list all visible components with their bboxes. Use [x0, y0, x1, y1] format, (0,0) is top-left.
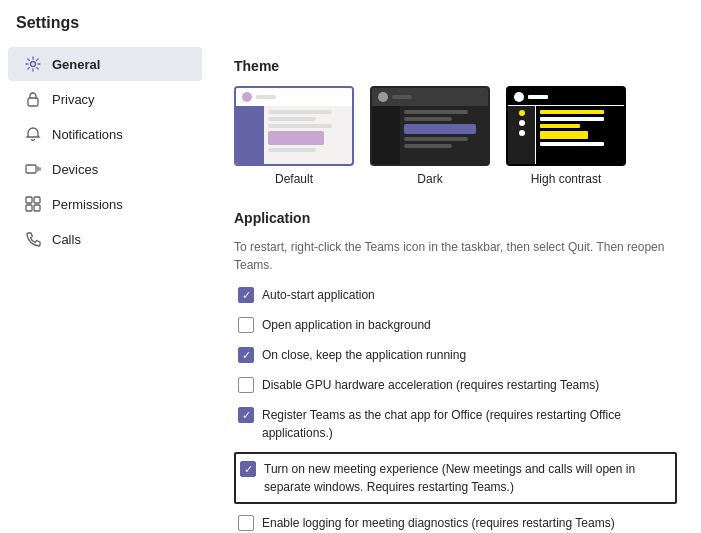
checkbox-row-disable_gpu: Disable GPU hardware acceleration (requi… — [234, 374, 677, 396]
theme-default-preview — [234, 86, 354, 166]
checkbox-new_meeting[interactable]: ✓ — [240, 461, 256, 477]
calls-icon — [24, 230, 42, 248]
check-mark: ✓ — [242, 410, 251, 421]
permissions-label: Permissions — [52, 197, 123, 212]
main-panel: Theme — [210, 42, 701, 533]
checkbox-background[interactable] — [238, 317, 254, 333]
checkbox-row-logging: Enable logging for meeting diagnostics (… — [234, 512, 677, 533]
calls-label: Calls — [52, 232, 81, 247]
svg-rect-3 — [26, 197, 32, 203]
checkbox-label-background: Open application in background — [262, 316, 431, 334]
main-content: GeneralPrivacyNotificationsDevicesPermis… — [0, 42, 701, 533]
checkbox-label-keep_running: On close, keep the application running — [262, 346, 466, 364]
check-mark: ✓ — [244, 464, 253, 475]
checkbox-label-register_teams: Register Teams as the chat app for Offic… — [262, 406, 673, 442]
theme-hc-preview — [506, 86, 626, 166]
privacy-icon — [24, 90, 42, 108]
notifications-label: Notifications — [52, 127, 123, 142]
checkbox-label-autostart: Auto-start application — [262, 286, 375, 304]
sidebar-item-privacy[interactable]: Privacy — [8, 82, 202, 116]
privacy-label: Privacy — [52, 92, 95, 107]
application-section-title: Application — [234, 210, 677, 226]
permissions-icon — [24, 195, 42, 213]
check-mark: ✓ — [242, 290, 251, 301]
checkbox-label-logging: Enable logging for meeting diagnostics (… — [262, 514, 615, 532]
svg-rect-5 — [26, 205, 32, 211]
svg-rect-2 — [26, 165, 36, 173]
checkbox-row-background: Open application in background — [234, 314, 677, 336]
application-description: To restart, right-click the Teams icon i… — [234, 238, 677, 274]
theme-default-label: Default — [275, 172, 313, 186]
app-container: Settings GeneralPrivacyNotificationsDevi… — [0, 0, 701, 533]
checkbox-keep_running[interactable]: ✓ — [238, 347, 254, 363]
theme-dark-label: Dark — [417, 172, 442, 186]
sidebar-item-devices[interactable]: Devices — [8, 152, 202, 186]
svg-point-0 — [31, 62, 36, 67]
checkbox-logging[interactable] — [238, 515, 254, 531]
notifications-icon — [24, 125, 42, 143]
checkbox-label-disable_gpu: Disable GPU hardware acceleration (requi… — [262, 376, 599, 394]
settings-title: Settings — [0, 0, 701, 42]
checkbox-row-new_meeting: ✓Turn on new meeting experience (New mee… — [234, 452, 677, 504]
checkbox-row-register_teams: ✓Register Teams as the chat app for Offi… — [234, 404, 677, 444]
checkbox-disable_gpu[interactable] — [238, 377, 254, 393]
sidebar-item-calls[interactable]: Calls — [8, 222, 202, 256]
svg-rect-6 — [34, 205, 40, 211]
sidebar-item-permissions[interactable]: Permissions — [8, 187, 202, 221]
checkbox-label-new_meeting: Turn on new meeting experience (New meet… — [264, 460, 671, 496]
theme-high-contrast[interactable]: High contrast — [506, 86, 626, 186]
checkbox-autostart[interactable]: ✓ — [238, 287, 254, 303]
sidebar-item-notifications[interactable]: Notifications — [8, 117, 202, 151]
checkbox-row-keep_running: ✓On close, keep the application running — [234, 344, 677, 366]
svg-rect-1 — [28, 98, 38, 106]
theme-hc-label: High contrast — [531, 172, 602, 186]
devices-icon — [24, 160, 42, 178]
general-label: General — [52, 57, 100, 72]
checkboxes-container: ✓Auto-start applicationOpen application … — [234, 284, 677, 533]
checkbox-register_teams[interactable]: ✓ — [238, 407, 254, 423]
check-mark: ✓ — [242, 350, 251, 361]
theme-dark-preview — [370, 86, 490, 166]
theme-dark[interactable]: Dark — [370, 86, 490, 186]
sidebar-item-general[interactable]: General — [8, 47, 202, 81]
theme-options: Default — [234, 86, 677, 186]
checkbox-row-autostart: ✓Auto-start application — [234, 284, 677, 306]
theme-default[interactable]: Default — [234, 86, 354, 186]
sidebar: GeneralPrivacyNotificationsDevicesPermis… — [0, 42, 210, 533]
devices-label: Devices — [52, 162, 98, 177]
theme-section-title: Theme — [234, 58, 677, 74]
general-icon — [24, 55, 42, 73]
svg-rect-4 — [34, 197, 40, 203]
